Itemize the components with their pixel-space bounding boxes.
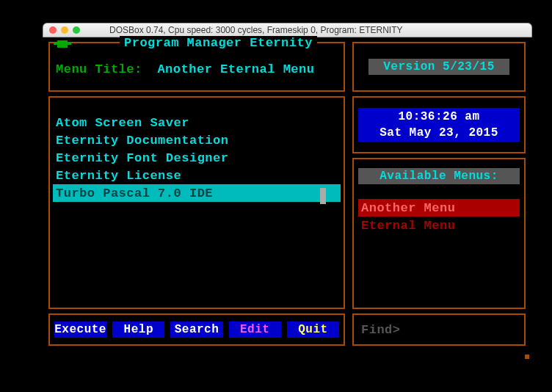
find-panel: Find>: [352, 313, 526, 346]
available-menu-item[interactable]: Another Menu: [358, 199, 520, 217]
clock-time: 10:36:26 am: [398, 109, 479, 125]
program-list-item[interactable]: Atom Screen Saver: [53, 114, 341, 131]
clock-display: 10:36:26 am Sat May 23, 2015: [358, 108, 520, 142]
header-panel: Program Manager Eternity Menu Title: Ano…: [48, 42, 345, 92]
program-list-item[interactable]: Eternity License: [53, 167, 341, 184]
version-text: Version 5/23/15: [368, 59, 509, 75]
dos-screen: Program Manager Eternity Menu Title: Ano…: [43, 37, 532, 360]
minimize-icon[interactable]: [61, 26, 68, 34]
program-list: Atom Screen SaverEternity DocumentationE…: [53, 114, 341, 202]
window-title: DOSBox 0.74, Cpu speed: 3000 cycles, Fra…: [109, 25, 403, 35]
scrollbar-thumb[interactable]: [320, 188, 326, 204]
clock-panel: 10:36:26 am Sat May 23, 2015: [352, 96, 526, 153]
search-button[interactable]: Search: [170, 322, 222, 338]
available-menu-item[interactable]: Eternal Menu: [358, 217, 520, 234]
program-list-item[interactable]: Turbo Pascal 7.0 IDE: [53, 184, 341, 202]
available-menus-header: Available Menus:: [358, 168, 520, 184]
zoom-icon[interactable]: [73, 26, 80, 34]
program-list-panel: Atom Screen SaverEternity DocumentationE…: [48, 96, 345, 309]
menu-title-row: Menu Title: Another Eternal Menu: [56, 62, 314, 76]
menu-title-label: Menu Title:: [56, 62, 142, 76]
menu-title-value: Another Eternal Menu: [157, 62, 314, 76]
clock-date: Sat May 23, 2015: [380, 125, 498, 141]
version-panel: Version 5/23/15: [352, 42, 526, 92]
available-menus-panel: Available Menus: Another MenuEternal Men…: [352, 158, 526, 309]
quit-button[interactable]: Quit: [287, 322, 339, 338]
help-button[interactable]: Help: [112, 322, 164, 338]
program-list-item[interactable]: Eternity Documentation: [53, 131, 341, 149]
app-title: Program Manager Eternity: [120, 36, 317, 50]
edit-button[interactable]: Edit: [229, 322, 281, 338]
execute-button[interactable]: Execute: [54, 322, 106, 338]
button-bar: Execute Help Search Edit Quit: [48, 313, 345, 346]
close-icon[interactable]: [49, 26, 57, 34]
find-prompt[interactable]: Find>: [361, 323, 401, 337]
close-widget-icon[interactable]: [57, 40, 68, 48]
resize-corner-icon[interactable]: [525, 355, 529, 359]
available-menus-list: Another MenuEternal Menu: [358, 199, 520, 234]
window-titlebar: DOSBox 0.74, Cpu speed: 3000 cycles, Fra…: [43, 23, 532, 37]
program-list-item[interactable]: Eternity Font Designer: [53, 149, 341, 167]
traffic-lights: [49, 26, 80, 34]
